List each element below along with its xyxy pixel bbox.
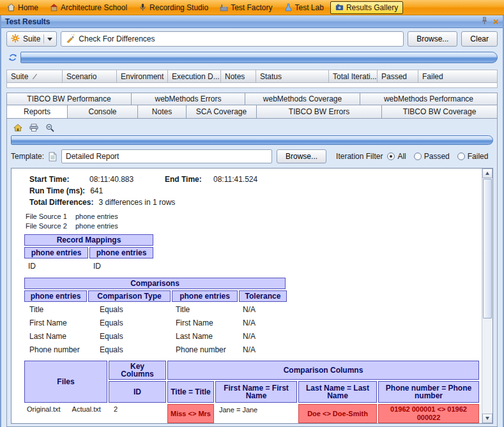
tab-strip-row1: TIBCO BW Performance webMethods Errors w… xyxy=(6,93,498,105)
column-header-suite[interactable]: Suite xyxy=(6,70,63,83)
close-icon[interactable]: × xyxy=(493,17,499,26)
dropdown-arrow-icon xyxy=(47,38,52,41)
tab-tibco-bw-performance[interactable]: TIBCO BW Performance xyxy=(6,93,132,105)
camera-icon xyxy=(335,3,344,11)
report-view: Start Time: 08:11:40.883 End Time: 08:11… xyxy=(11,168,493,424)
reports-tab-content: Template: Detailed Report Browse... Iter… xyxy=(6,119,498,427)
template-input[interactable]: Detailed Report xyxy=(61,149,272,163)
panel-title: Test Results xyxy=(5,17,50,26)
tab-webmethods-errors[interactable]: webMethods Errors xyxy=(132,93,245,105)
column-header-execution-date[interactable]: Execution D... xyxy=(168,70,221,83)
scroll-down-button[interactable] xyxy=(482,414,493,423)
file-source-1-label: File Source 1 xyxy=(26,213,75,220)
files-table-data-row: Original.txt Actual.txt 2 Miss <> Mrs Ja… xyxy=(24,404,482,423)
template-label: Template: xyxy=(11,152,44,161)
tab-tibco-bw-coverage[interactable]: TIBCO BW Coverage xyxy=(382,105,498,119)
print-icon[interactable] xyxy=(28,122,40,133)
test-name-field[interactable]: Check For Differences xyxy=(61,31,404,47)
radio-all-button[interactable] xyxy=(387,153,395,160)
comparisons-rows: Title Equals Title N/A First Name Equals… xyxy=(24,303,482,356)
zoom-out-icon[interactable] xyxy=(44,122,56,133)
radio-passed-label: Passed xyxy=(424,152,450,161)
radio-passed[interactable]: Passed xyxy=(414,152,450,161)
comparison-cell: N/A xyxy=(239,303,287,315)
comparison-cell: Equals xyxy=(88,343,171,356)
tab-notes[interactable]: Notes xyxy=(138,105,187,119)
clear-button[interactable]: Clear xyxy=(461,31,498,47)
record-mapping-value: ID xyxy=(89,260,153,272)
nav-item-label: Test Factory xyxy=(231,3,272,12)
scroll-up-button[interactable] xyxy=(482,169,493,178)
scrollbar-track[interactable] xyxy=(482,319,493,414)
factory-icon xyxy=(220,3,228,11)
suite-button-label: Suite xyxy=(23,34,40,43)
comparison-columns-header-cell: Comparison Columns xyxy=(167,361,479,380)
column-header-passed[interactable]: Passed xyxy=(378,70,418,83)
tab-sca-coverage[interactable]: SCA Coverage xyxy=(187,105,257,119)
application-window: Home Architecture School Recording Studi… xyxy=(0,0,504,427)
nav-item-architecture-school[interactable]: Architecture School xyxy=(45,1,132,14)
radio-failed-label: Failed xyxy=(468,152,489,161)
column-header-notes[interactable]: Notes xyxy=(221,70,256,83)
files-table-header: Files Key Columns ID Comparison Columns … xyxy=(24,361,482,403)
template-value: Detailed Report xyxy=(66,152,119,161)
tab-webmethods-performance[interactable]: webMethods Performance xyxy=(360,93,498,105)
nav-item-results-gallery[interactable]: Results Gallery xyxy=(330,1,403,14)
equal-cell: Jane = Jane xyxy=(215,404,297,423)
comparison-row: Phone number Equals Phone number N/A xyxy=(24,343,482,356)
browse-button[interactable]: Browse... xyxy=(408,31,457,47)
radio-failed[interactable]: Failed xyxy=(457,152,489,161)
nav-item-home[interactable]: Home xyxy=(2,1,43,14)
report-home-icon[interactable] xyxy=(12,122,24,133)
panel-titlebar: Test Results × xyxy=(1,15,503,28)
comparison-cell: Last Name xyxy=(24,330,87,342)
test-results-window: Test Results × Suite Check For Differenc… xyxy=(0,15,504,427)
flask-icon xyxy=(284,3,293,11)
sort-indicator-icon xyxy=(33,73,37,79)
template-browse-button[interactable]: Browse... xyxy=(277,149,326,163)
tab-reports[interactable]: Reports xyxy=(6,105,68,119)
files-cell: Original.txt Actual.txt xyxy=(24,404,107,423)
suite-row: Suite Check For Differences Browse... Cl… xyxy=(6,31,498,47)
record-mappings-header: phone entries xyxy=(24,247,88,258)
comparison-cell: Phone number xyxy=(24,343,87,356)
document-icon[interactable] xyxy=(49,152,57,161)
key-columns-header-cell: Key Columns xyxy=(109,361,166,380)
radio-failed-button[interactable] xyxy=(457,153,465,160)
total-differences-label: Total Differences: xyxy=(29,198,98,207)
comparisons-header: Comparison Type xyxy=(88,290,171,302)
column-header-environment[interactable]: Environment xyxy=(117,70,168,83)
nav-item-test-lab[interactable]: Test Lab xyxy=(279,1,329,14)
tab-tibco-bw-errors[interactable]: TIBCO BW Errors xyxy=(257,105,382,119)
suite-button[interactable]: Suite xyxy=(6,31,57,47)
pin-icon[interactable] xyxy=(481,17,488,27)
radio-passed-button[interactable] xyxy=(414,153,422,160)
iteration-filter-group: All Passed Failed xyxy=(387,152,488,161)
radio-all-label: All xyxy=(397,152,406,161)
comparison-row: Title Equals Title N/A xyxy=(24,303,482,315)
radio-all[interactable]: All xyxy=(387,152,406,161)
column-header-total-iterations[interactable]: Total Iterati... xyxy=(329,70,378,83)
run-time-value: 641 xyxy=(90,186,103,195)
nav-item-label: Recording Studio xyxy=(149,3,208,12)
comparison-cell: Title xyxy=(172,303,238,315)
nav-item-test-factory[interactable]: Test Factory xyxy=(215,1,277,14)
column-header-scenario[interactable]: Scenario xyxy=(63,70,117,83)
record-mapping-value: ID xyxy=(24,260,88,272)
tab-webmethods-coverage[interactable]: webMethods Coverage xyxy=(245,93,360,105)
file-source-1-value: phone entries xyxy=(75,213,118,220)
tab-console[interactable]: Console xyxy=(68,105,138,119)
vertical-scrollbar-thumb[interactable] xyxy=(483,179,492,318)
refresh-icon[interactable] xyxy=(6,51,19,64)
nav-item-recording-studio[interactable]: Recording Studio xyxy=(134,1,213,14)
nav-item-label: Architecture School xyxy=(61,3,127,12)
column-header-status[interactable]: Status xyxy=(256,70,329,83)
results-grid-body[interactable] xyxy=(6,83,498,88)
record-mappings-header-row: phone entries phone entries xyxy=(24,247,482,258)
main-toolbar: Home Architecture School Recording Studi… xyxy=(0,0,504,15)
comparison-row: First Name Equals First Name N/A xyxy=(24,317,482,329)
comparison-column-header: First Name = First Name xyxy=(215,381,297,403)
column-header-failed[interactable]: Failed xyxy=(418,70,498,83)
vertical-scrollbar xyxy=(482,169,493,423)
comparison-column-header: Title = Title xyxy=(167,381,214,403)
